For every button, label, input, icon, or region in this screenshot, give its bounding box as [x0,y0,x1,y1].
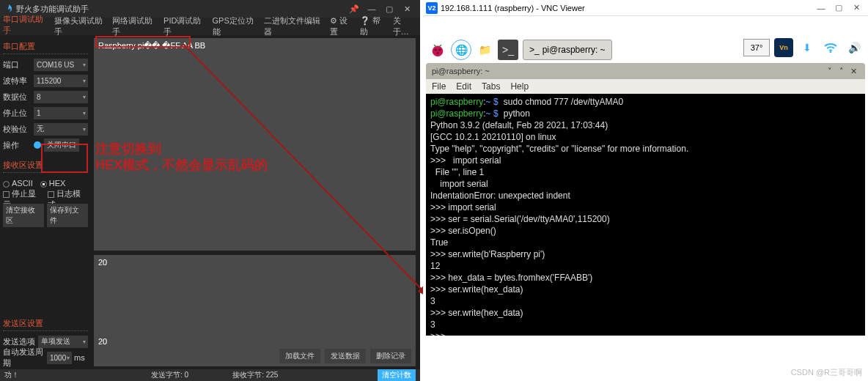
clear-recv-button[interactable]: 清空接收区 [3,204,44,227]
status-tx: 发送字节: 0 [151,370,188,380]
about-button[interactable]: 关于… [393,15,414,37]
tab-camera[interactable]: 摄像头调试助手 [54,15,106,37]
annotation-text: 注意切换到HEX模式，不然会显示乱码的 [95,141,268,173]
globe-icon[interactable]: 🌐 [451,40,471,60]
send-top-text: 20 [98,258,411,267]
vnc-title-text: 192.168.1.111 (raspberry) - VNC Viewer [441,4,585,12]
menu-help[interactable]: Help [510,81,529,92]
save-file-button[interactable]: 保存到文件 [47,204,88,227]
tab-pid[interactable]: PID调试助手 [163,15,205,37]
vnc-close[interactable]: ✕ [847,1,865,15]
svg-point-5 [830,51,832,53]
svg-point-2 [434,48,437,51]
svg-point-3 [438,48,441,51]
baud-label: 波特率 [3,75,34,86]
terminal-titlebar: pi@raspberry: ~ ˅ ˄ ✕ [426,63,865,79]
baud-select[interactable]: 115200 [34,75,88,87]
menu-file[interactable]: File [432,81,446,92]
stop-label: 停止位 [3,108,34,119]
sendmode-label: 发送选项 [3,336,38,347]
term-max[interactable]: ˄ [836,67,847,76]
maximize-button[interactable]: ▢ [380,1,398,16]
period-input[interactable]: 1000 [47,352,72,364]
pin-icon[interactable]: 📌 [345,1,363,16]
sendmode-select[interactable]: 单项发送 [38,336,88,348]
menu-edit[interactable]: Edit [456,81,471,92]
help-button[interactable]: ❔ 帮助 [360,15,386,37]
ascii-radio[interactable]: ASCII [3,179,33,188]
flame-icon [4,4,13,13]
close-button[interactable]: ✕ [398,1,416,16]
send-data-button[interactable]: 发送数据 [325,349,366,363]
app-title: 野火多功能调试助手 [16,4,89,15]
clear-count-button[interactable]: 清空计数 [378,369,416,381]
data-select[interactable]: 8 [34,91,88,103]
fire-debug-app: 野火多功能调试助手 📌 — ▢ ✕ 串口调试助手 摄像头调试助手 网络调试助手 … [0,0,420,381]
vnc-minimize[interactable]: — [812,1,830,15]
terminal-icon[interactable]: >_ [498,40,518,60]
clear-log-button[interactable]: 删除记录 [370,349,411,363]
main-tabs: 串口调试助手 摄像头调试助手 网络调试助手 PID调试助手 GPS定位功能 二进… [0,18,420,35]
stop-select[interactable]: 1 [34,107,88,119]
port-select[interactable]: COM16 US [34,59,88,71]
svg-point-1 [433,46,444,57]
ms-label: ms [74,353,85,362]
svg-point-4 [436,52,439,55]
parity-label: 校验位 [3,124,34,135]
vnc-tray-icon[interactable]: Vn [774,38,793,57]
files-icon[interactable]: 📁 [474,40,495,60]
temperature[interactable]: 37° [743,39,770,56]
download-icon[interactable]: ⬇ [798,38,817,57]
watermark: CSDN @R三哥哥啊 [791,367,862,378]
menu-tabs[interactable]: Tabs [482,81,500,92]
vnc-viewer: V2 192.168.1.111 (raspberry) - VNC Viewe… [423,0,868,381]
raspberry-icon[interactable] [427,40,448,60]
parity-select[interactable]: 无 [34,123,88,136]
vnc-logo-icon: V2 [426,2,438,14]
term-close[interactable]: ✕ [847,67,859,76]
system-tray: 37° Vn ⬇ 🔊 [743,38,864,57]
port-label: 端口 [3,59,34,70]
vnc-titlebar: V2 192.168.1.111 (raspberry) - VNC Viewe… [423,0,868,16]
hex-radio[interactable]: HEX [40,179,66,188]
section-serial: 串口配置 [3,41,88,54]
terminal-output[interactable]: pi@raspberry:~ $ sudo chmod 777 /dev/tty… [426,94,865,336]
terminal-menu: File Edit Tabs Help [426,79,865,94]
vnc-maximize[interactable]: ▢ [830,1,847,15]
settings-button[interactable]: ⚙ 设置 [330,15,353,37]
volume-icon[interactable]: 🔊 [845,38,864,57]
tab-hex[interactable]: 二进制文件编辑器 [264,15,323,37]
section-send: 发送区设置 [3,318,88,331]
period-label: 自动发送周期 [3,347,47,369]
status-led-icon [34,141,41,149]
send-area[interactable]: 20 20 加载文件 发送数据 删除记录 [94,255,416,366]
send-bottom-text: 20 [98,337,411,346]
statusbar: 功！ 发送字节: 0 接收字节: 225 清空计数 [0,369,420,381]
minimize-button[interactable]: — [363,1,380,16]
tab-network[interactable]: 网络调试助手 [112,15,156,37]
load-file-button[interactable]: 加载文件 [279,349,320,363]
wifi-icon[interactable] [821,38,840,57]
term-min[interactable]: ˅ [824,67,836,76]
terminal-title-text: pi@raspberry: ~ [432,67,490,75]
sidebar: 串口配置 端口COM16 US 波特率115200 数据位8 停止位1 校验位无… [0,35,91,369]
tab-gps[interactable]: GPS定位功能 [213,15,257,37]
data-label: 数据位 [3,92,34,103]
op-label: 操作 [3,140,34,151]
status-ok: 功！ [4,370,19,380]
status-rx: 接收字节: 225 [232,370,278,380]
terminal-tab-button[interactable]: >_pi@raspberry: ~ [523,40,612,60]
annotation-box-recv [95,36,191,48]
annotation-box-hex [41,144,88,173]
main-area: Raspberry pi�� �FF AA BB 20 20 加载文件 发送数据… [91,35,420,369]
